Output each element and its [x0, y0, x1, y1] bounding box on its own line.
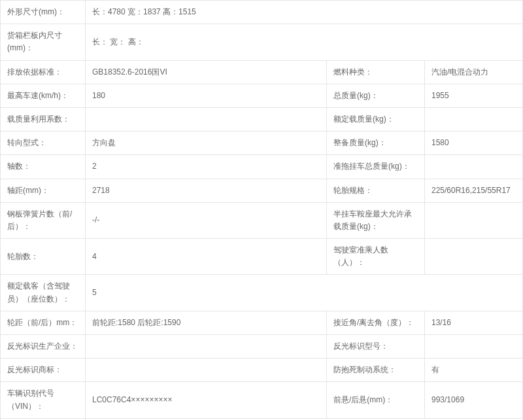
spec-label: 防抱死制动系统： — [327, 359, 425, 382]
spec-label: 轮胎规格： — [327, 179, 425, 202]
spec-value: 993/1069 — [425, 382, 523, 418]
spec-label: 额定载客（含驾驶员）（座位数）： — [1, 275, 86, 311]
spec-value: LC0C76C4××××××××× — [86, 382, 327, 418]
spec-row: 转向型式：方向盘整备质量(kg)：1580 — [1, 131, 523, 155]
spec-value: 5 — [86, 275, 523, 311]
spec-value: 汽油/电混合动力 — [425, 60, 523, 84]
spec-row: 钢板弹簧片数（前/后）：-/-半挂车鞍座最大允许承载质量(kg)： — [1, 202, 523, 238]
spec-label: 接近角/离去角（度）： — [327, 311, 425, 334]
spec-value — [425, 202, 523, 238]
spec-value: 有 — [425, 359, 523, 382]
spec-row: 轮距（前/后）mm：前轮距:1580 后轮距:1590接近角/离去角（度）：13… — [1, 311, 523, 334]
spec-row: 轴距(mm)：2718轮胎规格：225/60R16,215/55R17 — [1, 179, 523, 202]
spec-row: 反光标识商标：防抱死制动系统：有 — [1, 359, 523, 382]
spec-row: 排放依据标准：GB18352.6-2016国VI燃料种类：汽油/电混合动力 — [1, 60, 523, 84]
spec-row: 载质量利用系数：额定载质量(kg)： — [1, 107, 523, 131]
spec-row: 轴数：2准拖挂车总质量(kg)： — [1, 155, 523, 179]
spec-row: 轮胎数：4驾驶室准乘人数（人）： — [1, 239, 523, 275]
spec-label: 车辆识别代号（VIN）： — [1, 382, 86, 418]
spec-label: 载质量利用系数： — [1, 107, 86, 131]
spec-label: 整备质量(kg)： — [327, 131, 425, 155]
spec-value — [425, 239, 523, 275]
spec-row: 货箱栏板内尺寸(mm)：长： 宽： 高： — [1, 24, 523, 60]
spec-value — [86, 335, 327, 359]
spec-value — [86, 107, 327, 131]
spec-label: 最高车速(km/h)： — [1, 84, 86, 107]
spec-label: 外形尺寸(mm)： — [1, 1, 86, 24]
spec-value — [86, 359, 327, 382]
spec-label: 排放依据标准： — [1, 60, 86, 84]
spec-table: 外形尺寸(mm)：长：4780 宽：1837 高：1515货箱栏板内尺寸(mm)… — [0, 0, 523, 420]
spec-value: 长： 宽： 高： — [86, 24, 523, 60]
spec-row: 最高车速(km/h)：180总质量(kg)：1955 — [1, 84, 523, 107]
spec-value — [425, 107, 523, 131]
spec-value: 4 — [86, 239, 327, 275]
spec-label: 反光标识商标： — [1, 359, 86, 382]
spec-value: 前轮距:1580 后轮距:1590 — [86, 311, 327, 334]
spec-value — [425, 335, 523, 359]
spec-value: 225/60R16,215/55R17 — [425, 179, 523, 202]
spec-label: 驾驶室准乘人数（人）： — [327, 239, 425, 275]
spec-value: 180 — [86, 84, 327, 107]
spec-label: 前悬/后悬(mm)： — [327, 382, 425, 418]
spec-label: 钢板弹簧片数（前/后）： — [1, 202, 86, 238]
spec-label: 反光标识生产企业： — [1, 335, 86, 359]
spec-value: -/- — [86, 202, 327, 238]
spec-value: 方向盘 — [86, 131, 327, 155]
spec-value: GB18352.6-2016国VI — [86, 60, 327, 84]
spec-row: 额定载客（含驾驶员）（座位数）：5 — [1, 275, 523, 311]
spec-value: 1580 — [425, 131, 523, 155]
spec-label: 额定载质量(kg)： — [327, 107, 425, 131]
spec-value: 1955 — [425, 84, 523, 107]
spec-value: 13/16 — [425, 311, 523, 334]
spec-label: 货箱栏板内尺寸(mm)： — [1, 24, 86, 60]
spec-value: 长：4780 宽：1837 高：1515 — [86, 1, 523, 24]
spec-value — [425, 155, 523, 179]
spec-label: 轮胎数： — [1, 239, 86, 275]
spec-label: 半挂车鞍座最大允许承载质量(kg)： — [327, 202, 425, 238]
spec-row: 反光标识生产企业：反光标识型号： — [1, 335, 523, 359]
spec-label: 转向型式： — [1, 131, 86, 155]
spec-value: 2 — [86, 155, 327, 179]
spec-label: 准拖挂车总质量(kg)： — [327, 155, 425, 179]
spec-label: 轴数： — [1, 155, 86, 179]
spec-value: 2718 — [86, 179, 327, 202]
spec-label: 轮距（前/后）mm： — [1, 311, 86, 334]
spec-label: 总质量(kg)： — [327, 84, 425, 107]
spec-row: 外形尺寸(mm)：长：4780 宽：1837 高：1515 — [1, 1, 523, 24]
spec-row: 车辆识别代号（VIN）：LC0C76C4×××××××××前悬/后悬(mm)：9… — [1, 382, 523, 418]
spec-label: 燃料种类： — [327, 60, 425, 84]
spec-label: 轴距(mm)： — [1, 179, 86, 202]
spec-label: 反光标识型号： — [327, 335, 425, 359]
